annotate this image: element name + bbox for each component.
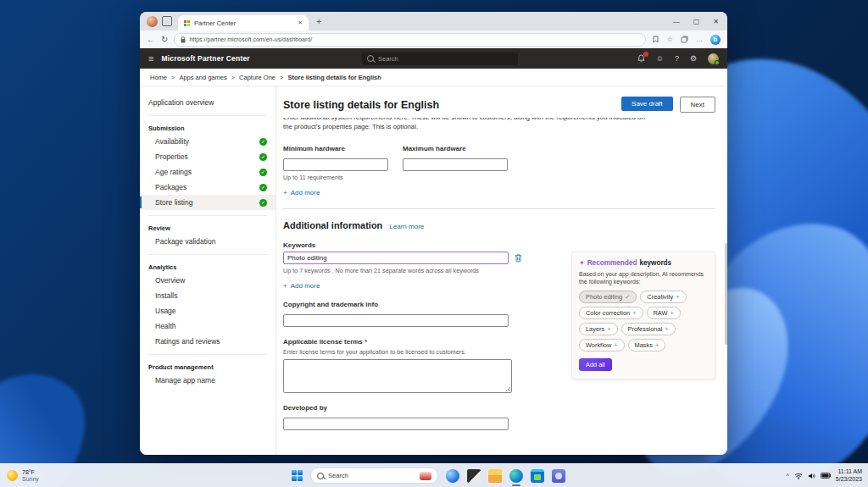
- settings-gear-icon[interactable]: ⚙: [690, 54, 697, 63]
- feedback-smiley-icon[interactable]: ☺: [656, 54, 664, 63]
- window-close-button[interactable]: ✕: [713, 18, 719, 25]
- learn-more-link[interactable]: Learn more: [389, 223, 424, 230]
- chip-add-icon: +: [632, 309, 636, 317]
- task-view-icon[interactable]: [467, 469, 481, 483]
- microsoft-store-icon[interactable]: [531, 469, 544, 483]
- tray-chevron-up-icon[interactable]: ^: [787, 473, 789, 479]
- license-terms-textarea[interactable]: [283, 359, 512, 393]
- collections-icon[interactable]: [681, 36, 688, 43]
- content-scrollbar[interactable]: [725, 243, 727, 345]
- weather-widget[interactable]: 78°F Sunny: [7, 469, 39, 483]
- minimum-hardware-input[interactable]: [283, 158, 388, 171]
- sidebar-divider: [148, 354, 267, 355]
- teams-icon[interactable]: [552, 469, 565, 483]
- sidebar-item-manage-app-name[interactable]: Manage app name: [140, 373, 275, 388]
- browser-tab[interactable]: Partner Center ✕: [178, 15, 309, 30]
- add-all-button[interactable]: Add all: [579, 358, 612, 371]
- system-requirements-description: Enter additional system requirements her…: [283, 118, 705, 133]
- keywords-input[interactable]: [283, 252, 509, 264]
- file-explorer-icon[interactable]: [488, 469, 502, 483]
- keyword-chip-professional[interactable]: Professional+: [621, 323, 676, 335]
- account-avatar[interactable]: [708, 53, 719, 64]
- sidebar-item-packages[interactable]: Packages ✓: [140, 180, 275, 195]
- back-icon[interactable]: ←: [147, 35, 155, 44]
- sidebar-item-properties[interactable]: Properties ✓: [140, 149, 275, 164]
- bing-sidebar-icon[interactable]: b: [710, 35, 721, 45]
- window-maximize-button[interactable]: ▢: [693, 18, 700, 25]
- notifications-bell-icon[interactable]: [637, 54, 645, 63]
- browser-more-icon[interactable]: …: [696, 36, 703, 43]
- keyword-chip-layers[interactable]: Layers+: [579, 323, 618, 335]
- volume-icon[interactable]: [808, 473, 815, 479]
- recommended-keywords-panel: ✦ Recommended keywords Based on your app…: [571, 252, 715, 379]
- sidebar-item-usage[interactable]: Usage: [140, 303, 275, 318]
- breadcrumb: Home > Apps and games > Capture One > St…: [140, 69, 727, 86]
- taskbar-clock[interactable]: 11:11 AM 5/23/2023: [836, 468, 862, 483]
- help-icon[interactable]: ?: [675, 54, 679, 63]
- bookmark-icon[interactable]: [652, 36, 659, 43]
- sidebar-item-package-validation[interactable]: Package validation: [140, 234, 275, 249]
- sidebar-section-product-management: Product management: [140, 360, 275, 373]
- sidebar-item-availability[interactable]: Availability ✓: [140, 134, 275, 149]
- copilot-icon[interactable]: [446, 469, 459, 483]
- address-bar[interactable]: https://partner.microsoft.com/en-us/dash…: [174, 33, 645, 47]
- weather-condition: Sunny: [22, 476, 39, 483]
- developed-by-input[interactable]: [283, 418, 509, 430]
- new-tab-button[interactable]: +: [316, 16, 321, 26]
- recommended-title-rest: keywords: [639, 259, 671, 267]
- app-search-input[interactable]: Search: [362, 53, 518, 65]
- maximum-hardware-input[interactable]: [403, 158, 508, 171]
- sidebar-item-installs[interactable]: Installs: [140, 288, 275, 303]
- sidebar-divider: [148, 254, 267, 255]
- keyword-chip-color-correction[interactable]: Color correction+: [579, 307, 643, 319]
- breadcrumb-apps-and-games[interactable]: Apps and games: [179, 74, 226, 81]
- add-more-requirements-link[interactable]: + Add more: [283, 189, 715, 196]
- plus-icon: +: [283, 189, 287, 196]
- completed-check-icon: ✓: [259, 199, 267, 207]
- keyword-chip-raw[interactable]: RAW+: [647, 307, 681, 319]
- browser-toolbar: ← ↻ https://partner.microsoft.com/en-us/…: [140, 30, 727, 48]
- notification-badge: [643, 52, 648, 57]
- delete-keyword-icon[interactable]: [515, 253, 522, 263]
- next-button[interactable]: Next: [680, 97, 715, 113]
- save-draft-button[interactable]: Save draft: [621, 97, 672, 111]
- tab-actions-icon[interactable]: [162, 16, 172, 26]
- keyword-chip-workflow[interactable]: Workflow+: [579, 339, 625, 351]
- refresh-icon[interactable]: ↻: [161, 35, 168, 44]
- keyword-chip-masks[interactable]: Masks+: [628, 339, 666, 351]
- completed-check-icon: ✓: [259, 184, 267, 191]
- breadcrumb-home[interactable]: Home: [150, 74, 167, 81]
- keyword-chip-creativity[interactable]: Creativity+: [640, 291, 686, 303]
- taskbar-search-placeholder: Search: [328, 472, 348, 479]
- window-minimize-button[interactable]: —: [673, 18, 680, 25]
- battery-icon[interactable]: [821, 473, 831, 479]
- edge-browser-icon[interactable]: [509, 469, 523, 483]
- tab-close-icon[interactable]: ✕: [298, 19, 303, 26]
- start-button[interactable]: [292, 470, 303, 481]
- breadcrumb-capture-one[interactable]: Capture One: [239, 74, 275, 81]
- main-content: Store listing details for English Save d…: [276, 86, 727, 455]
- tab-title: Partner Center: [194, 19, 294, 27]
- copyright-input[interactable]: [283, 314, 509, 327]
- page-title: Store listing details for English: [283, 99, 439, 111]
- favorites-star-icon[interactable]: ☆: [667, 36, 673, 43]
- taskbar-search-box[interactable]: Search: [310, 468, 438, 484]
- sidebar-divider: [148, 215, 267, 216]
- breadcrumb-current-page: Store listing details for English: [287, 74, 381, 81]
- plus-icon: +: [283, 282, 287, 290]
- chip-add-icon: +: [676, 293, 679, 301]
- hamburger-menu-icon[interactable]: ≡: [148, 53, 153, 64]
- browser-profile-avatar[interactable]: [147, 16, 158, 27]
- sidebar-item-application-overview[interactable]: Application overview: [140, 95, 275, 110]
- sidebar-item-health[interactable]: Health: [140, 318, 275, 334]
- wifi-icon[interactable]: [794, 473, 803, 479]
- chip-add-icon: +: [607, 325, 610, 333]
- sidebar-item-store-listing[interactable]: Store listing ✓: [140, 195, 275, 210]
- sidebar-section-submission: Submission: [140, 121, 275, 134]
- sidebar: Application overview Submission Availabi…: [140, 86, 276, 455]
- sidebar-item-age-ratings[interactable]: Age ratings ✓: [140, 164, 275, 180]
- completed-check-icon: ✓: [259, 138, 267, 146]
- keyword-chip-photo-editing[interactable]: Photo editing✓: [579, 291, 637, 303]
- sidebar-item-ratings-and-reviews[interactable]: Ratings and reviews: [140, 334, 275, 349]
- sidebar-item-overview[interactable]: Overview: [140, 273, 275, 288]
